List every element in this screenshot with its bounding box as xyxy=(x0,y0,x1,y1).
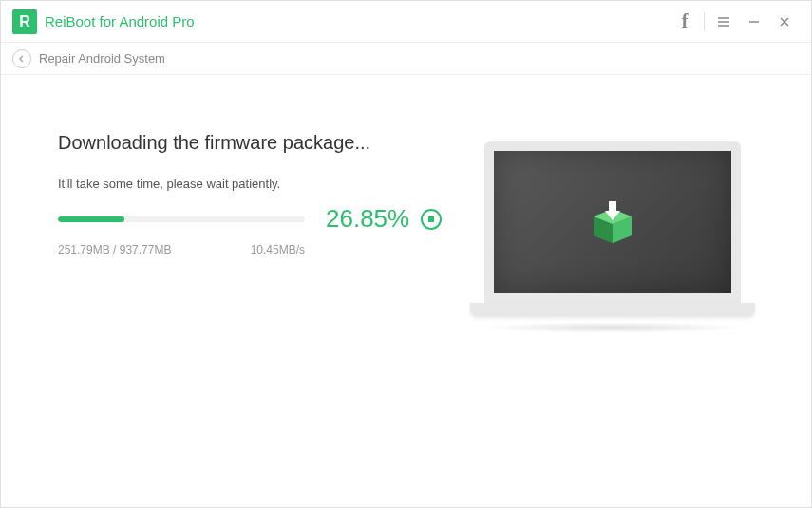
page-subtitle: It'll take some time, please wait patien… xyxy=(58,177,442,191)
progress-percent: 26.85% xyxy=(326,204,409,234)
download-box-icon xyxy=(586,196,639,249)
breadcrumb-label: Repair Android System xyxy=(39,51,165,66)
arrow-left-icon xyxy=(17,54,27,64)
app-window: R ReiBoot for Android Pro f xyxy=(0,0,812,508)
laptop-shadow xyxy=(480,322,746,333)
titlebar: R ReiBoot for Android Pro f xyxy=(1,1,811,43)
close-button[interactable] xyxy=(769,7,800,37)
size-status: 251.79MB / 937.77MB xyxy=(58,243,171,256)
laptop-base xyxy=(470,303,755,316)
separator xyxy=(704,12,705,31)
laptop-screen xyxy=(484,141,741,303)
breadcrumb: Repair Android System xyxy=(1,43,811,75)
content: Downloading the firmware package... It'l… xyxy=(1,75,811,507)
app-logo-icon: R xyxy=(12,9,37,34)
titlebar-left: R ReiBoot for Android Pro xyxy=(12,9,195,34)
download-speed: 10.45MB/s xyxy=(251,243,305,256)
progress-row: 26.85% xyxy=(58,204,442,234)
back-button[interactable] xyxy=(12,49,31,68)
menu-button[interactable] xyxy=(708,7,739,37)
stats-row: 251.79MB / 937.77MB 10.45MB/s xyxy=(58,243,305,256)
facebook-button[interactable]: f xyxy=(670,7,700,37)
close-icon xyxy=(778,15,791,28)
progress-bar xyxy=(58,216,305,222)
left-pane: Downloading the firmware package... It'l… xyxy=(58,132,461,507)
progress-fill xyxy=(58,216,124,222)
stop-button[interactable] xyxy=(421,209,442,230)
hamburger-icon xyxy=(716,14,731,29)
minimize-button[interactable] xyxy=(739,7,769,37)
laptop-illustration xyxy=(470,141,755,333)
app-title: ReiBoot for Android Pro xyxy=(45,13,195,29)
right-pane xyxy=(461,132,764,507)
titlebar-right: f xyxy=(670,7,800,37)
minimize-icon xyxy=(747,15,761,28)
page-heading: Downloading the firmware package... xyxy=(58,132,442,154)
